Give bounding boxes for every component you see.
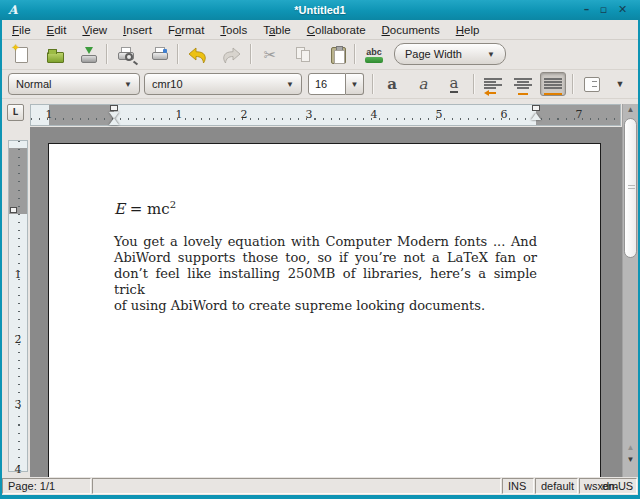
zoom-select[interactable]: Page Width ▼ bbox=[394, 43, 506, 65]
ruler-number: 1 bbox=[9, 268, 27, 281]
print-icon bbox=[151, 47, 169, 63]
toolbar-separator bbox=[177, 44, 179, 64]
left-indent-marker-lower[interactable] bbox=[109, 118, 119, 125]
numbered-list-icon bbox=[584, 77, 600, 92]
italic-button[interactable]: a bbox=[410, 72, 436, 96]
document-page[interactable]: E = mc2 You get a lovely equation with C… bbox=[48, 143, 601, 477]
ruler-number: 2 bbox=[9, 333, 27, 346]
status-message-area bbox=[92, 478, 501, 494]
ruler-number: 3 bbox=[306, 108, 313, 121]
toolbar-separator bbox=[572, 74, 574, 94]
right-indent-marker[interactable] bbox=[531, 113, 541, 120]
right-indent-marker-square[interactable] bbox=[532, 105, 540, 111]
tab-stop-button[interactable]: L bbox=[7, 104, 24, 121]
font-size-value: 16 bbox=[315, 78, 327, 90]
close-button[interactable]: ✕ bbox=[615, 2, 630, 17]
align-justify-icon bbox=[544, 78, 562, 91]
align-center-icon bbox=[514, 78, 532, 91]
equation-relation: = bbox=[125, 200, 147, 218]
menu-item-documents[interactable]: Documents bbox=[374, 22, 448, 38]
format-toolbar: Normal ▼ cmr10 ▼ 16 ▼ a a a bbox=[2, 70, 638, 99]
new-document-button[interactable] bbox=[8, 42, 34, 68]
abiword-window: A *Untitled1 – ▫ ✕ FileEditViewInsertFor… bbox=[0, 0, 640, 499]
title-bar[interactable]: A *Untitled1 – ▫ ✕ bbox=[0, 0, 640, 20]
menu-item-edit[interactable]: Edit bbox=[39, 22, 75, 38]
ruler-number: 7 bbox=[576, 108, 583, 121]
scissors-icon: ✂ bbox=[264, 46, 277, 64]
scrollbar-grip bbox=[628, 185, 635, 191]
menu-item-tools[interactable]: Tools bbox=[212, 22, 255, 38]
paste-button[interactable] bbox=[325, 42, 351, 68]
ruler-number: 2 bbox=[241, 108, 248, 121]
window-title: *Untitled1 bbox=[0, 4, 640, 16]
open-button[interactable] bbox=[42, 42, 68, 68]
equation-lhs: E bbox=[114, 200, 125, 218]
left-margin-zone bbox=[49, 105, 114, 125]
toolbar-separator bbox=[250, 44, 252, 64]
underline-icon: a bbox=[450, 75, 459, 93]
menu-item-insert[interactable]: Insert bbox=[115, 22, 160, 38]
status-language-text-b: en-US bbox=[602, 480, 633, 492]
print-preview-button[interactable] bbox=[113, 42, 139, 68]
bold-button[interactable]: a bbox=[379, 72, 405, 96]
font-size-dropdown-button[interactable]: ▼ bbox=[346, 73, 364, 95]
horizontal-ruler[interactable]: 11234567 bbox=[30, 104, 621, 126]
status-language: wsxdm en-US bbox=[579, 478, 637, 494]
paragraph-line: don’t feel like installing 250MB of libr… bbox=[114, 266, 537, 298]
maximize-button[interactable]: ▫ bbox=[596, 2, 611, 17]
zoom-value: Page Width bbox=[405, 48, 462, 60]
menu-item-help[interactable]: Help bbox=[448, 22, 488, 38]
menu-item-table[interactable]: Table bbox=[255, 22, 299, 38]
menu-item-format[interactable]: Format bbox=[160, 22, 212, 38]
ruler-number: 3 bbox=[9, 398, 27, 411]
first-line-indent-marker[interactable] bbox=[110, 105, 118, 111]
new-document-icon bbox=[15, 47, 28, 63]
redo-button[interactable] bbox=[218, 42, 244, 68]
ruler-zone: L 11234567 bbox=[2, 99, 638, 127]
scroll-up-arrow-bottom-icon[interactable]: ▲ bbox=[623, 442, 638, 454]
align-justify-button[interactable] bbox=[540, 72, 566, 96]
open-folder-icon bbox=[47, 52, 64, 63]
vertical-scrollbar[interactable]: ▲ ▲ ▼ bbox=[622, 104, 638, 477]
standard-toolbar: ✂ abc Page Width ▼ bbox=[2, 40, 638, 70]
save-button[interactable] bbox=[76, 42, 102, 68]
toolbar-separator bbox=[354, 44, 356, 64]
print-button[interactable] bbox=[147, 42, 173, 68]
scroll-up-arrow-icon[interactable]: ▲ bbox=[623, 104, 638, 116]
font-select[interactable]: cmr10 ▼ bbox=[144, 73, 302, 95]
ruler-number: 1 bbox=[176, 108, 183, 121]
chevron-down-icon: ▼ bbox=[278, 80, 294, 89]
chevron-down-icon: ▼ bbox=[616, 79, 625, 89]
scroll-down-arrow-icon[interactable]: ▼ bbox=[623, 454, 638, 466]
top-margin-marker[interactable] bbox=[10, 207, 17, 213]
scrollbar-thumb[interactable] bbox=[624, 118, 637, 258]
font-size-input[interactable]: 16 bbox=[308, 73, 346, 95]
copy-button[interactable] bbox=[291, 42, 317, 68]
minimize-button[interactable]: – bbox=[579, 2, 594, 17]
menu-bar: FileEditViewInsertFormatToolsTableCollab… bbox=[2, 20, 638, 40]
align-left-button[interactable] bbox=[480, 72, 506, 96]
chevron-down-icon: ▼ bbox=[479, 50, 495, 59]
undo-button[interactable] bbox=[184, 42, 210, 68]
document-canvas: E = mc2 You get a lovely equation with C… bbox=[30, 127, 622, 477]
clipboard-icon bbox=[331, 47, 346, 64]
copy-icon bbox=[296, 47, 312, 63]
numbered-list-button[interactable] bbox=[579, 72, 605, 96]
bold-icon: a bbox=[387, 76, 397, 92]
ruler-number: 6 bbox=[501, 108, 508, 121]
menu-item-collaborate[interactable]: Collaborate bbox=[299, 22, 374, 38]
underline-button[interactable]: a bbox=[441, 72, 467, 96]
body-paragraph[interactable]: You get a lovely equation with Computer … bbox=[114, 234, 537, 314]
align-center-button[interactable] bbox=[510, 72, 536, 96]
style-value: Normal bbox=[16, 78, 51, 90]
style-select[interactable]: Normal ▼ bbox=[8, 73, 140, 95]
toolbar-overflow-button[interactable]: ▼ bbox=[610, 72, 630, 96]
menu-item-view[interactable]: View bbox=[74, 22, 115, 38]
ruler-ticks bbox=[18, 141, 20, 471]
status-page-indicator: Page: 1/1 bbox=[2, 478, 91, 494]
spellcheck-button[interactable]: abc bbox=[361, 42, 387, 68]
ruler-number: 5 bbox=[436, 108, 443, 121]
save-icon bbox=[80, 47, 98, 63]
menu-item-file[interactable]: File bbox=[4, 22, 39, 38]
cut-button[interactable]: ✂ bbox=[257, 42, 283, 68]
